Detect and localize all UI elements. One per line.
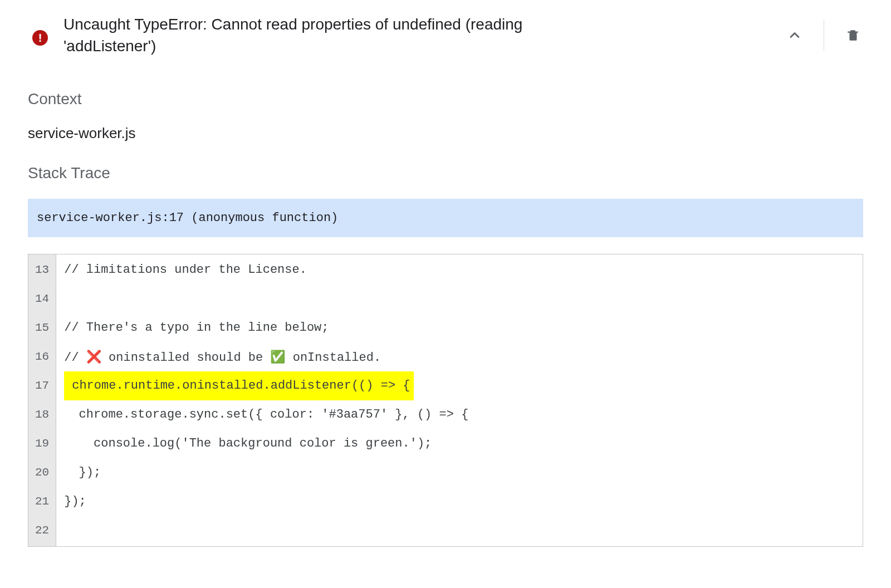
chevron-up-icon xyxy=(787,27,802,43)
line-number: 21 xyxy=(28,487,56,516)
line-number: 15 xyxy=(28,313,56,342)
stack-frame[interactable]: service-worker.js:17 (anonymous function… xyxy=(28,199,863,237)
error-title: Uncaught TypeError: Cannot read properti… xyxy=(63,13,554,57)
collapse-button[interactable] xyxy=(779,19,810,51)
divider xyxy=(824,19,824,51)
code-line: }); xyxy=(56,458,863,487)
code-line xyxy=(56,285,863,313)
code-line xyxy=(56,516,863,545)
line-number: 19 xyxy=(28,429,56,458)
line-number: 18 xyxy=(28,400,56,429)
line-number: 16 xyxy=(28,342,56,371)
code-line-highlighted: chrome.runtime.oninstalled.addListener((… xyxy=(56,371,863,400)
context-value: service-worker.js xyxy=(28,125,863,142)
code-line-numbers: 13141516171819202122 xyxy=(28,254,56,546)
line-number: 13 xyxy=(28,256,56,285)
code-line: // limitations under the License. xyxy=(56,256,863,285)
line-number: 20 xyxy=(28,458,56,487)
stacktrace-heading: Stack Trace xyxy=(28,164,863,182)
line-number: 22 xyxy=(28,516,56,545)
line-number: 17 xyxy=(28,371,56,400)
code-line: }); xyxy=(56,487,863,516)
error-header: ! Uncaught TypeError: Cannot read proper… xyxy=(0,0,891,68)
header-actions xyxy=(779,19,869,51)
code-line: chrome.storage.sync.set({ color: '#3aa75… xyxy=(56,400,863,429)
code-lines: // limitations under the License.// Ther… xyxy=(56,254,863,546)
error-icon: ! xyxy=(32,30,48,46)
code-line: // ❌ oninstalled should be ✅ onInstalled… xyxy=(56,342,863,371)
code-line: console.log('The background color is gre… xyxy=(56,429,863,458)
line-number: 14 xyxy=(28,285,56,313)
code-line: // There's a typo in the line below; xyxy=(56,313,863,342)
code-viewer: 13141516171819202122 // limitations unde… xyxy=(28,254,863,547)
context-heading: Context xyxy=(28,90,863,108)
trash-icon xyxy=(846,28,860,42)
delete-button[interactable] xyxy=(838,19,869,51)
